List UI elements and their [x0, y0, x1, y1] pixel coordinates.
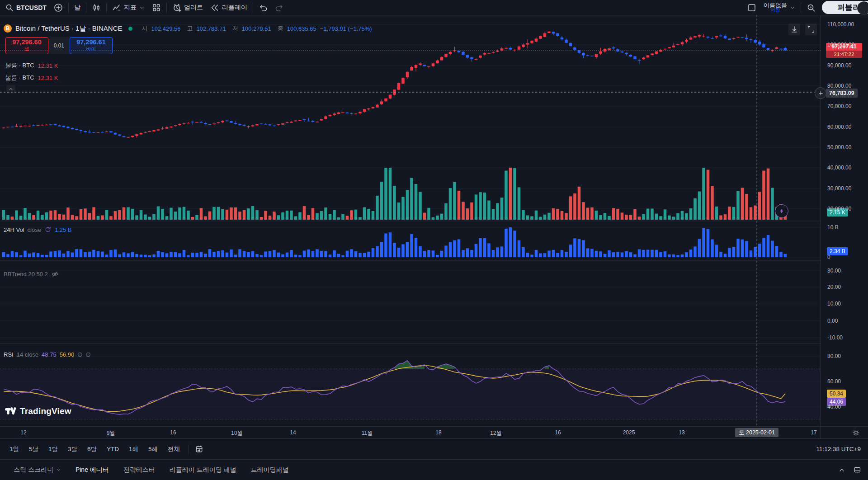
price-tick: 20.00	[827, 283, 841, 291]
rsi-ma-label: 50.34	[827, 390, 846, 398]
replay-rewind-icon	[210, 3, 219, 12]
price-tick: 80,000.00	[827, 82, 851, 89]
time-tick: 14	[290, 429, 296, 436]
price-axis[interactable]: 97,297.41 21:47:22 76,783.09 2.15 K 2.34…	[821, 15, 868, 438]
range-button-3달[interactable]: 3달	[63, 443, 82, 456]
replay-button[interactable]: 리플레이	[207, 1, 251, 14]
tab-트레이딩패널[interactable]: 트레이딩패널	[244, 460, 296, 480]
legend-collapse-button[interactable]	[6, 85, 15, 93]
layout-square-icon	[747, 3, 756, 12]
tabs-right-icons	[835, 464, 863, 476]
range-button-6달[interactable]: 6달	[82, 443, 102, 456]
eye-slash-icon[interactable]	[51, 270, 59, 278]
range-button-1일[interactable]: 1일	[5, 443, 24, 456]
avatar[interactable]	[857, 1, 868, 15]
buy-button[interactable]: 97,296.61 바이	[70, 37, 113, 54]
toolbar-divider	[801, 3, 801, 13]
price-tick: 30,000.00	[827, 185, 851, 192]
high-label: 고	[187, 24, 193, 33]
range-button-5날[interactable]: 5날	[24, 443, 43, 456]
volume-legend-value: 12.31 K	[38, 62, 58, 69]
watermark-text: TradingView	[20, 406, 71, 416]
clock-timezone[interactable]: 11:12:38 UTC+9	[816, 446, 861, 452]
symbol-search-value: BTCUSDT	[16, 4, 47, 11]
low-label: 저	[232, 24, 238, 33]
price-chart-canvas[interactable]	[0, 15, 821, 426]
interval-button[interactable]: 날	[71, 1, 84, 14]
expand-panel-button[interactable]	[835, 464, 848, 476]
chart-style-button[interactable]	[88, 1, 104, 14]
undo-button[interactable]	[255, 1, 271, 14]
layout-grid-button[interactable]	[148, 1, 165, 14]
time-tick: 17	[811, 429, 816, 436]
save-layout-button[interactable]: 이름없음 저장	[760, 1, 799, 14]
toolbar-divider	[166, 3, 167, 13]
panel-layout-button[interactable]	[851, 464, 863, 476]
tab-Pine 에디터[interactable]: Pine 에디터	[68, 460, 116, 480]
time-axis[interactable]: 토 2025-02-01 129월1610월1411월1812월16202513…	[0, 426, 821, 439]
vol24-value: 1.25 B	[55, 226, 72, 233]
range-items: 1일5날1달3달6달YTD1해5해전체	[5, 443, 185, 456]
market-status-dot[interactable]	[128, 27, 132, 31]
add-alert-plus-button[interactable]	[815, 87, 826, 99]
range-button-5해[interactable]: 5해	[143, 443, 163, 456]
compare-add-button[interactable]	[50, 1, 66, 14]
price-tick: 60,000.00	[827, 123, 851, 131]
time-tick: 16	[170, 429, 176, 436]
tradingview-watermark[interactable]: TradingView	[5, 405, 71, 417]
range-button-1달[interactable]: 1달	[43, 443, 63, 456]
buy-price: 97,296.61	[76, 39, 106, 46]
chevron-up-icon	[8, 86, 14, 92]
range-button-1해[interactable]: 1해	[124, 443, 143, 456]
range-button-전체[interactable]: 전체	[163, 443, 185, 456]
tab-리플레이 트레이딩 패널[interactable]: 리플레이 트레이딩 패널	[162, 460, 244, 480]
time-tick: 2025	[623, 429, 635, 436]
indicators-button[interactable]: 지표	[108, 1, 148, 14]
rsi-pane-header[interactable]: RSI 14 close 48.75 56.90 ∅ ∅	[4, 350, 91, 359]
scroll-to-recent-button[interactable]	[788, 24, 800, 35]
vol24-title: 24H Vol	[4, 226, 24, 233]
indicators-icon	[112, 3, 121, 12]
maximize-pane-button[interactable]	[805, 24, 817, 35]
price-tick: 40,000.00	[827, 164, 851, 171]
vol24-pane-header[interactable]: 24H Vol close 1.25 B	[4, 225, 72, 234]
price-tick: 40.00	[827, 403, 841, 410]
boost-button[interactable]	[775, 204, 788, 218]
rsi-value: 48.75	[42, 351, 57, 358]
spread-value: 0.01	[48, 37, 70, 54]
tab-전략테스터[interactable]: 전략테스터	[116, 460, 162, 480]
sell-button[interactable]: 97,296.60 셀	[5, 37, 48, 54]
redo-icon	[275, 3, 284, 12]
volume-legend-row[interactable]: 볼륨 · BTC 12.31 K	[5, 61, 58, 70]
bottom-panel-icon	[854, 466, 861, 474]
tab-스탁 스크리너[interactable]: 스탁 스크리너	[6, 460, 68, 480]
go-to-date-button[interactable]	[193, 443, 205, 456]
time-tick: 9월	[107, 429, 115, 437]
buy-label: 바이	[86, 46, 96, 52]
chart-area: B Bitcoin / TetherUS · 1날 · BINANCE 시102…	[0, 15, 821, 426]
price-tick: -10.00	[827, 334, 843, 341]
bar-countdown: 21:47:22	[826, 51, 862, 58]
gear-icon[interactable]	[852, 429, 860, 437]
quick-search-icon	[807, 3, 816, 12]
panel-layout-button[interactable]	[744, 1, 760, 14]
price-tick: 80.00	[827, 353, 841, 360]
toolbar-divider	[253, 3, 253, 13]
redo-button[interactable]	[271, 1, 288, 14]
symbol-search-button[interactable]: BTCUSDT	[2, 1, 50, 14]
price-tick: 10.00	[827, 300, 841, 307]
volume-legend-row[interactable]: 볼륨 · BTC 12.31 K	[5, 74, 58, 82]
bbtrend-pane-header[interactable]: BBTrend 20 50 2	[4, 269, 59, 278]
symbol-header[interactable]: B Bitcoin / TetherUS · 1날 · BINANCE 시102…	[4, 24, 372, 33]
quick-search-button[interactable]	[803, 1, 819, 14]
alert-button[interactable]: 얼러트	[169, 1, 207, 14]
refresh-icon	[44, 226, 52, 233]
range-button-YTD[interactable]: YTD	[102, 443, 124, 456]
price-tick: 0	[827, 254, 830, 261]
chart-svg	[0, 15, 821, 426]
plus-circle-icon	[54, 3, 63, 12]
time-tick: 12월	[490, 429, 501, 437]
sell-label: 셀	[24, 46, 29, 52]
lightning-icon	[778, 208, 785, 214]
price-tick: 90,000.00	[827, 62, 851, 69]
